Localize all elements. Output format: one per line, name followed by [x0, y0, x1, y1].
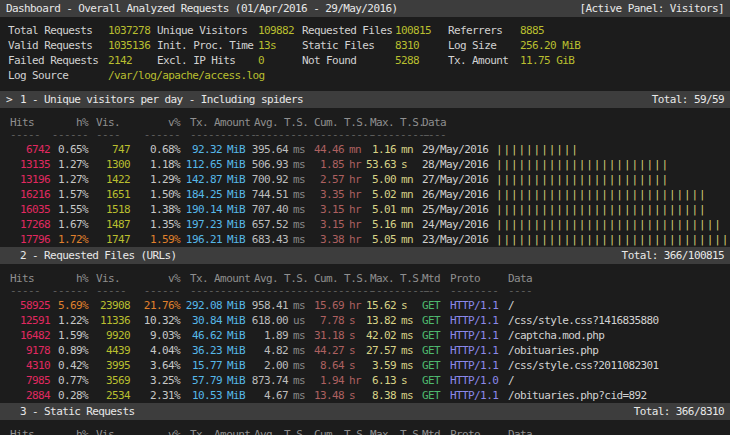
col-max: Max. T.S.	[362, 427, 414, 435]
hits-bar-chart: |||||||||||	[488, 142, 730, 157]
hits-cell: 6742	[6, 142, 50, 157]
panel-header-visitors[interactable]: > 1 - Unique visitors per day - Includin…	[0, 91, 730, 108]
vis-pct-cell: 3.25%	[130, 373, 180, 388]
url-cell: /captcha.mod.php	[500, 328, 730, 343]
tx-unit: MiB	[222, 313, 246, 328]
table-row[interactable]: 17268 1.67% 1487 1.35% 197.23 MiB 657.52…	[6, 217, 730, 232]
tx-amount-cell: 15.77	[180, 358, 222, 373]
table-row[interactable]: 4310 0.42% 3995 3.64% 15.77 MiB 2.00 ms …	[6, 358, 730, 373]
url-cell: /obituaries.php	[500, 343, 730, 358]
protocol-cell: HTTP/1.1	[450, 328, 500, 343]
tx-unit: MiB	[222, 388, 246, 403]
summary-label: Log Size	[448, 38, 520, 53]
max-ts-unit: ms	[396, 343, 414, 358]
table-row[interactable]: 13135 1.27% 1300 1.18% 112.65 MiB 506.93…	[6, 157, 730, 172]
visitors-cell: 4439	[88, 343, 130, 358]
cum-ts-unit: s	[344, 388, 362, 403]
visitors-cell: 1747	[88, 232, 130, 247]
cum-ts-cell: 7.78	[306, 313, 344, 328]
visitors-cell: 3569	[88, 373, 130, 388]
cum-ts-cell: 3.15	[306, 217, 344, 232]
max-ts-cell: 3.59	[362, 358, 396, 373]
avg-ts-unit: ms	[288, 142, 306, 157]
tx-amount-cell: 142.87	[180, 172, 222, 187]
summary-value: 1035136	[108, 38, 157, 53]
hits-pct-cell: 1.27%	[50, 172, 88, 187]
tx-unit: MiB	[222, 328, 246, 343]
table-row[interactable]: 13196 1.27% 1422 1.29% 142.87 MiB 700.92…	[6, 172, 730, 187]
log-source-value: /var/log/apache/access.log	[108, 68, 730, 83]
table-row[interactable]: 7985 0.77% 3569 3.25% 57.79 MiB 873.74 m…	[6, 373, 730, 388]
hits-cell: 16216	[6, 187, 50, 202]
vis-pct-cell: 1.18%	[130, 157, 180, 172]
table-row[interactable]: 16035 1.55% 1518 1.38% 190.14 MiB 707.40…	[6, 202, 730, 217]
max-ts-unit: ms	[396, 328, 414, 343]
requests-header-rule: ----- ------ ----- ------ ----------- --…	[6, 286, 730, 298]
visitors-cell: 3995	[88, 358, 130, 373]
summary-value: 11.75 GiB	[520, 53, 730, 68]
summary-label: Failed Requests	[8, 53, 108, 68]
hits-cell: 13196	[6, 172, 50, 187]
hits-cell: 7985	[6, 373, 50, 388]
max-ts-unit: mn	[396, 142, 414, 157]
avg-ts-cell: 707.40	[246, 202, 288, 217]
table-row[interactable]: 6742 0.65% 747 0.68% 92.32 MiB 395.64 ms…	[6, 142, 730, 157]
hits-pct-cell: 1.27%	[50, 157, 88, 172]
tx-unit: MiB	[222, 187, 246, 202]
table-row[interactable]: 58925 5.69% 23908 21.76% 292.08 MiB 958.…	[6, 298, 730, 313]
static-table: Hits h% Vis. v% Tx. Amount Avg. T.S. Cum…	[0, 420, 730, 435]
panel-total: Total: 366/100815	[622, 248, 724, 263]
avg-ts-unit: ms	[288, 187, 306, 202]
avg-ts-unit: ms	[288, 202, 306, 217]
tx-amount-cell: 112.65	[180, 157, 222, 172]
summary-label: Init. Proc. Time	[157, 38, 258, 53]
panel-header-requests[interactable]: 2 - Requested Files (URLs) Total: 366/10…	[0, 247, 730, 264]
table-row[interactable]: 16216 1.57% 1651 1.50% 184.25 MiB 744.51…	[6, 187, 730, 202]
col-vpct: v%	[130, 427, 180, 435]
avg-ts-cell: 618.00	[246, 313, 288, 328]
table-row[interactable]: 9178 0.89% 4439 4.04% 36.23 MiB 4.82 ms …	[6, 343, 730, 358]
max-ts-unit: ms	[396, 358, 414, 373]
avg-ts-unit: ms	[288, 157, 306, 172]
max-ts-unit: ms	[396, 313, 414, 328]
overall-summary: Total Requests 1037278 Unique Visitors 1…	[0, 17, 730, 91]
hits-cell: 13135	[6, 157, 50, 172]
tx-amount-cell: 36.23	[180, 343, 222, 358]
visitors-cell: 9920	[88, 328, 130, 343]
visitors-cell: 11336	[88, 313, 130, 328]
summary-value: 5288	[395, 53, 448, 68]
protocol-cell: HTTP/1.1	[450, 388, 500, 403]
panel-title: 2 - Requested Files (URLs)	[20, 248, 177, 263]
table-row[interactable]: 12591 1.22% 11336 10.32% 30.84 MiB 618.0…	[6, 313, 730, 328]
summary-row: Total Requests 1037278 Unique Visitors 1…	[8, 23, 730, 38]
max-ts-unit: mn	[396, 217, 414, 232]
hits-pct-cell: 1.55%	[50, 202, 88, 217]
summary-row: Log Source /var/log/apache/access.log	[8, 68, 730, 83]
col-proto: Proto	[444, 427, 500, 435]
protocol-cell: HTTP/1.0	[450, 373, 500, 388]
max-ts-cell: 6.13	[362, 373, 396, 388]
table-row[interactable]: 16482 1.59% 9920 9.03% 46.62 MiB 1.89 ms…	[6, 328, 730, 343]
summary-row: Failed Requests 2142 Excl. IP Hits 0 Not…	[8, 53, 730, 68]
panel-header-static[interactable]: 3 - Static Requests Total: 366/8310	[0, 403, 730, 420]
date-cell: 24/May/2016	[414, 217, 488, 232]
cum-ts-cell: 31.18	[306, 328, 344, 343]
table-row[interactable]: 17796 1.72% 1747 1.59% 196.21 MiB 683.43…	[6, 232, 730, 247]
avg-ts-cell: 395.64	[246, 142, 288, 157]
url-cell: /	[500, 373, 730, 388]
cum-ts-unit: s	[344, 313, 362, 328]
avg-ts-cell: 4.67	[246, 388, 288, 403]
method-cell: GET	[422, 343, 444, 358]
avg-ts-cell: 744.51	[246, 187, 288, 202]
date-cell: 23/May/2016	[414, 232, 488, 247]
hits-pct-cell: 1.57%	[50, 187, 88, 202]
max-ts-cell: 5.02	[362, 187, 396, 202]
requests-rows: 58925 5.69% 23908 21.76% 292.08 MiB 958.…	[6, 298, 730, 403]
table-row[interactable]: 2884 0.28% 2534 2.31% 10.53 MiB 4.67 ms …	[6, 388, 730, 403]
tx-unit: MiB	[222, 157, 246, 172]
cum-ts-cell: 1.94	[306, 373, 344, 388]
summary-value: 1037278	[108, 23, 157, 38]
tx-amount-cell: 57.79	[180, 373, 222, 388]
summary-value: 13s	[258, 38, 302, 53]
summary-label: Static Files	[302, 38, 395, 53]
